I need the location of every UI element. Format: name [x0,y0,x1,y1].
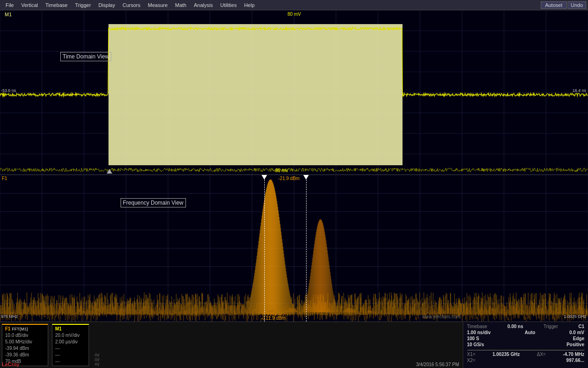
cursor1-top [262,175,267,180]
rp-tb2: 1.00 ns/div [467,330,491,335]
menu-help[interactable]: Help [240,1,258,9]
rp-timebase-row: Timebase 0.00 ns Trigger C1 [467,324,584,329]
f1-row2: 5.00 MHz/div [5,339,45,345]
freq-domain-canvas [0,175,588,322]
autoset-button[interactable]: Autoset [541,1,566,9]
row-labels: Δy Δy Δy [93,324,102,366]
f1-row3: -39.94 dBm [5,345,45,352]
menu-measure[interactable]: Measure [144,1,172,9]
right-panel: Timebase 0.00 ns Trigger C1 1.00 ns/div … [463,322,588,368]
channel-info: F1 FFT(M1) 10.0 dB/div 5.00 MHz/div -39.… [0,322,463,368]
rp-x2-row: X2= 997.66... [467,358,584,363]
cursor2-top [303,175,309,180]
f1-block: F1 FFT(M1) 10.0 dB/div 5.00 MHz/div -39.… [2,324,48,366]
rp-x2-label: X2= [467,358,475,363]
rp-dx-label: ΔX= [537,352,546,357]
f1-row1: 10.0 dB/div [5,332,45,339]
m1-row5: --- [55,358,86,365]
menu-cursors[interactable]: Cursors [119,1,144,9]
f1-row4: -39.36 dBm [5,352,45,358]
rp-trigger-label: Trigger [543,324,558,329]
datetime: 3/4/2016 5:56:37 PM [416,362,459,367]
menu-utilities[interactable]: Utilities [217,1,240,9]
rp-timebase-val: 0.00 ns [507,324,523,329]
menu-math[interactable]: Math [172,1,190,9]
rp-x1-val: 1.00235 GHz [492,352,520,357]
m1-row1: 20.0 mV/div [55,332,86,339]
m1-row4: --- [55,352,86,358]
time-domain-canvas [0,10,588,174]
rp-tb4: 10 GS/s [467,342,484,347]
m1-row2: 2.00 μs/div [55,339,86,345]
info-panel: F1 FFT(M1) 10.0 dB/div 5.00 MHz/div -39.… [0,322,588,368]
rp-dx-val: -4.70 MHz [563,352,584,357]
rp-trig2: Auto [525,330,536,335]
menu-trigger[interactable]: Trigger [71,1,95,9]
rp-trig3: 0.0 mV [569,330,584,335]
f1-block-label: F1 FFT(M1) [5,326,45,331]
m1-row3: --- [55,345,86,352]
menubar: File Vertical Timebase Trigger Display C… [0,0,588,10]
rp-row2: 1.00 ns/div Auto 0.0 mV [467,330,584,335]
freq-domain-panel: F1 -21.9 dBm -111.9 dBm 975 MHz 1.0025 G… [0,175,588,322]
rp-tb3: 100 S [467,336,479,341]
watermark: www.elecfans.com [422,314,460,319]
menu-display[interactable]: Display [95,1,119,9]
td-trigger-marker [107,169,112,174]
rp-x1-row: X1= 1.00235 GHz ΔX= -4.70 MHz [467,352,584,357]
menu-file[interactable]: File [2,1,18,9]
m1-block-label: M1 [55,326,86,331]
time-domain-panel: M1 80 mV -80 mV -53.6 ns 16.4 ns Time Do… [0,10,588,175]
undo-button[interactable]: Undo [568,1,586,9]
rp-trig4: Edge [573,336,584,341]
menu-analysis[interactable]: Analysis [190,1,217,9]
rp-trig5: Positive [567,342,584,347]
rp-trigger-val: C1 [578,324,584,329]
rp-row3: 100 S Edge [467,336,584,341]
rp-x1-label: X1= [467,352,475,357]
lecroy-logo: LeCroy [2,362,19,367]
rp-row4: 10 GS/s Positive [467,342,584,347]
rp-x2-val: 997.66... [566,358,584,363]
menu-timebase[interactable]: Timebase [42,1,71,9]
menu-vertical[interactable]: Vertical [18,1,42,9]
scope-area: M1 80 mV -80 mV -53.6 ns 16.4 ns Time Do… [0,10,588,368]
rp-timebase-label: Timebase [467,324,487,329]
m1-block: M1 20.0 mV/div 2.00 μs/div --- --- --- [52,324,89,366]
